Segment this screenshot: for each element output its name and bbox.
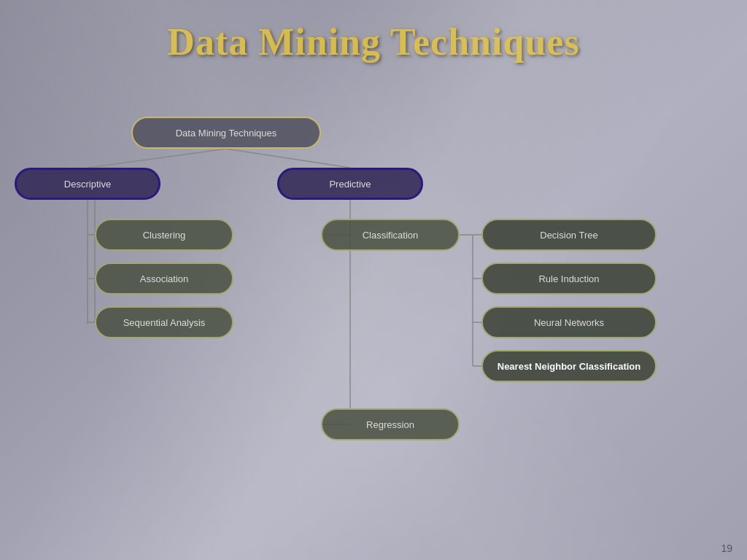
node-association: Association — [95, 262, 233, 295]
node-decision-tree: Decision Tree — [481, 219, 657, 251]
node-predictive: Predictive — [277, 168, 423, 200]
diagram-area: Data Mining Techniques Descriptive Predi… — [0, 95, 747, 538]
node-rule-induction: Rule Induction — [481, 262, 657, 295]
svg-line-0 — [88, 149, 226, 168]
node-regression: Regression — [321, 408, 460, 440]
node-descriptive: Descriptive — [15, 168, 160, 200]
page-number: 19 — [721, 542, 732, 554]
page-title: Data Mining Techniques — [0, 0, 747, 63]
node-clustering: Clustering — [95, 219, 233, 251]
node-nearest-neighbor: Nearest Neighbor Classification — [481, 350, 657, 382]
node-root: Data Mining Techniques — [131, 117, 321, 149]
node-classification: Classification — [321, 219, 460, 251]
node-neural-networks: Neural Networks — [481, 306, 657, 338]
node-sequential: Sequential Analysis — [95, 306, 233, 338]
svg-line-1 — [226, 149, 350, 168]
